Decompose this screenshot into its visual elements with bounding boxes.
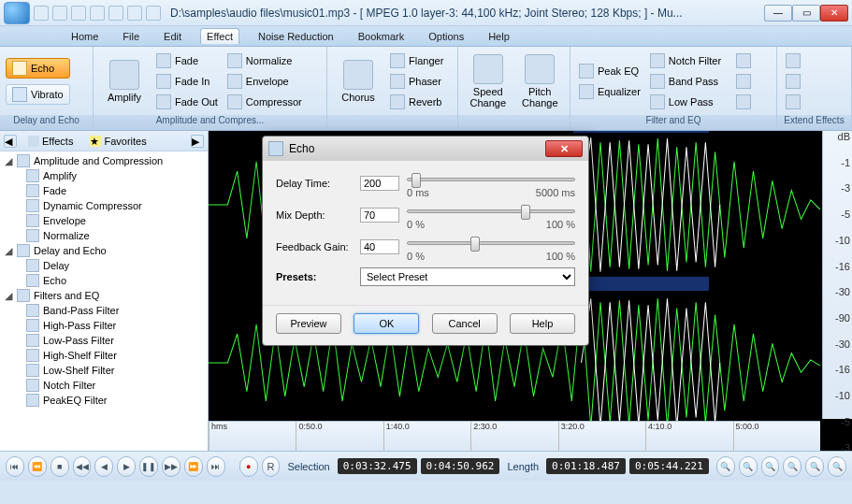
tree-item[interactable]: High-Shelf Filter — [0, 348, 208, 363]
side-collapse-right-icon[interactable]: ▶ — [191, 135, 204, 148]
goto-end-button[interactable]: ⏭ — [207, 456, 225, 477]
tree-item[interactable]: Fade — [0, 183, 208, 198]
filter-extra-1[interactable] — [733, 50, 754, 70]
qat-undo-icon[interactable] — [90, 6, 105, 21]
tree-item[interactable]: Delay — [0, 258, 208, 273]
qat-redo-icon[interactable] — [108, 6, 123, 21]
low-pass-button[interactable]: Low Pass — [647, 92, 724, 111]
qat-dropdown-icon[interactable] — [146, 6, 161, 21]
echo-button[interactable]: Echo — [6, 58, 70, 79]
zoom-sel-button[interactable]: 🔍 — [739, 456, 758, 477]
presets-select[interactable]: Select Preset — [360, 267, 575, 286]
tree-item[interactable]: Band-Pass Filter — [0, 303, 208, 318]
prev-button[interactable]: ◀◀ — [73, 456, 92, 477]
fast-forward-button[interactable]: ⏩ — [184, 456, 203, 477]
extend-1[interactable] — [783, 50, 803, 70]
notch-filter-button[interactable]: Notch Filter — [647, 50, 724, 70]
tree-group-delay[interactable]: ◢Delay and Echo — [0, 243, 208, 258]
tab-help[interactable]: Help — [483, 29, 515, 44]
side-tab-favorites[interactable]: ★Favorites — [84, 134, 152, 149]
tree-item[interactable]: Dynamic Compressor — [0, 198, 208, 213]
fade-in-button[interactable]: Fade In — [153, 71, 221, 91]
play-back-button[interactable]: ◀ — [94, 456, 113, 477]
phaser-button[interactable]: Phaser — [387, 71, 446, 91]
extend-3[interactable] — [783, 92, 803, 111]
tree-item[interactable]: Low-Shelf Filter — [0, 363, 208, 378]
zoom-in-button[interactable]: 🔍 — [783, 456, 801, 477]
repeat-button[interactable]: R — [262, 456, 281, 477]
fade-button[interactable]: Fade — [153, 50, 221, 70]
band-pass-button[interactable]: Band Pass — [647, 71, 724, 91]
tab-edit[interactable]: Edit — [158, 29, 187, 44]
amplify-button[interactable]: Amplify — [99, 50, 150, 111]
tab-noise-reduction[interactable]: Noise Reduction — [253, 29, 339, 44]
tab-bookmark[interactable]: Bookmark — [353, 29, 411, 44]
maximize-button[interactable]: ▭ — [792, 5, 820, 22]
reverb-button[interactable]: Reverb — [387, 92, 446, 111]
minimize-button[interactable]: — — [764, 5, 792, 22]
stop-button[interactable]: ■ — [51, 456, 69, 477]
tab-effect[interactable]: Effect — [200, 28, 239, 44]
envelope-button[interactable]: Envelope — [224, 71, 305, 91]
fade-out-button[interactable]: Fade Out — [153, 92, 221, 111]
cancel-button[interactable]: Cancel — [432, 313, 498, 334]
goto-start-button[interactable]: ⏮ — [6, 456, 24, 477]
speed-change-button[interactable]: Speed Change — [464, 50, 513, 111]
pitch-change-button[interactable]: Pitch Change — [516, 50, 565, 111]
qat-refresh-icon[interactable] — [127, 6, 142, 21]
side-collapse-left-icon[interactable]: ◀ — [4, 135, 17, 148]
tab-home[interactable]: Home — [65, 29, 104, 44]
compressor-button[interactable]: Compressor — [224, 92, 305, 111]
delay-time-slider[interactable]: 0 ms5000 ms — [407, 172, 575, 194]
feedback-gain-input[interactable] — [360, 239, 399, 254]
close-button[interactable]: ✕ — [820, 5, 848, 22]
next-button[interactable]: ▶▶ — [162, 456, 181, 477]
tab-file[interactable]: File — [117, 29, 145, 44]
play-button[interactable]: ▶ — [117, 456, 136, 477]
flanger-button[interactable]: Flanger — [387, 50, 446, 70]
normalize-button[interactable]: Normalize — [224, 50, 305, 70]
effects-tree[interactable]: ◢Amplitude and CompressionAmplifyFadeDyn… — [0, 151, 208, 451]
tree-item[interactable]: Low-Pass Filter — [0, 333, 208, 348]
qat-save-icon[interactable] — [71, 6, 86, 21]
chorus-button[interactable]: Chorus — [333, 50, 383, 111]
rewind-button[interactable]: ⏪ — [28, 456, 47, 477]
tree-item[interactable]: PeakEQ Filter — [0, 393, 208, 408]
zoom-v-button[interactable]: 🔍 — [828, 456, 846, 477]
zoom-fit-button[interactable]: 🔍 — [716, 456, 735, 477]
zoom-out-button[interactable]: 🔍 — [805, 456, 824, 477]
pause-button[interactable]: ❚❚ — [139, 456, 158, 477]
mix-depth-input[interactable] — [360, 208, 399, 223]
tree-item[interactable]: Echo — [0, 273, 208, 288]
extend-icon — [786, 74, 801, 89]
tab-options[interactable]: Options — [423, 29, 469, 44]
delay-time-input[interactable] — [360, 176, 399, 191]
tree-item[interactable]: High-Pass Filter — [0, 318, 208, 333]
tree-item[interactable]: Amplify — [0, 168, 208, 183]
ok-button[interactable]: OK — [354, 313, 419, 334]
filter-extra-2[interactable] — [733, 71, 754, 91]
tree-item[interactable]: Notch Filter — [0, 378, 208, 393]
record-button[interactable]: ● — [239, 456, 258, 477]
side-tab-effects[interactable]: Effects — [22, 134, 79, 149]
tree-item[interactable]: Envelope — [0, 213, 208, 228]
dialog-close-button[interactable]: ✕ — [545, 140, 583, 157]
extend-2[interactable] — [783, 71, 803, 91]
filter-extra-3[interactable] — [733, 92, 754, 111]
preview-button[interactable]: Preview — [276, 313, 341, 334]
tree-item[interactable]: Normalize — [0, 228, 208, 243]
dialog-titlebar[interactable]: Echo ✕ — [263, 137, 588, 161]
mix-depth-slider[interactable]: 0 %100 % — [407, 204, 575, 226]
zoom-1-button[interactable]: 🔍 — [761, 456, 780, 477]
tree-group-amplitude[interactable]: ◢Amplitude and Compression — [0, 153, 208, 168]
time-ruler[interactable]: hms0:50.01:40.02:30.03:20.04:10.05:00.0 — [209, 421, 820, 451]
app-orb[interactable] — [4, 2, 30, 24]
vibrato-button[interactable]: Vibrato — [6, 84, 70, 105]
equalizer-button[interactable]: Equalizer — [576, 81, 643, 101]
feedback-gain-slider[interactable]: 0 %100 % — [407, 236, 575, 258]
help-button[interactable]: Help — [510, 313, 575, 334]
qat-open-icon[interactable] — [52, 6, 67, 21]
peakeq-button[interactable]: Peak EQ — [576, 61, 643, 80]
tree-group-filters[interactable]: ◢Filters and EQ — [0, 288, 208, 303]
qat-new-icon[interactable] — [34, 6, 49, 21]
